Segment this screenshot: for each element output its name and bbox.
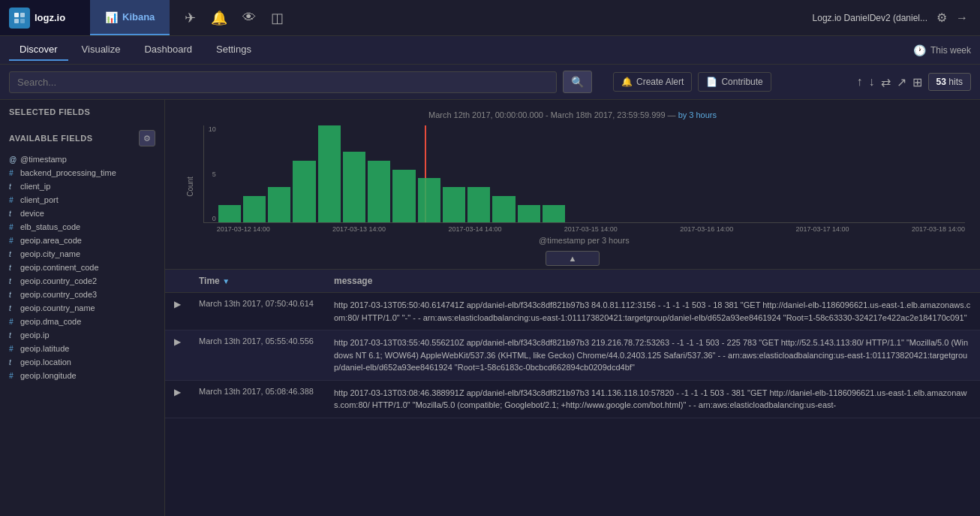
- sidebar-field-device[interactable]: tdevice: [0, 207, 164, 220]
- gear-button[interactable]: ⚙: [139, 130, 155, 146]
- sidebar-field-geoip-city_name[interactable]: tgeoip.city_name: [0, 247, 164, 261]
- chart-bar[interactable]: [368, 161, 390, 222]
- chart-bar[interactable]: [218, 205, 241, 222]
- chart-bar[interactable]: [467, 187, 490, 222]
- row-expand-button[interactable]: ▶: [174, 387, 181, 397]
- nav-discover[interactable]: Discover: [9, 39, 68, 61]
- field-type-icon: t: [9, 304, 17, 312]
- row-message-cell: http 2017-03-13T03:55:40.556210Z app/dan…: [325, 330, 980, 381]
- search-button[interactable]: 🔍: [563, 71, 592, 93]
- interval-link[interactable]: by 3 hours: [678, 110, 717, 119]
- results-table: Time ▼ message ▶March 13th 2017, 07:50:4…: [165, 270, 980, 418]
- sidebar-field-geoip-longitude[interactable]: #geoip.longitude: [0, 369, 164, 382]
- field-name-label: elb_status_code: [20, 222, 80, 231]
- sidebar-field-geoip-location[interactable]: tgeoip.location: [0, 355, 164, 369]
- top-icons: ✈ 🔔 👁 ◫: [170, 10, 800, 26]
- sidebar-field-backend_processing_time[interactable]: #backend_processing_time: [0, 166, 164, 180]
- bell-icon[interactable]: 🔔: [211, 10, 227, 26]
- table-message-header: message: [325, 270, 980, 293]
- eye-icon[interactable]: 👁: [242, 10, 256, 26]
- import-icon[interactable]: ↓: [869, 75, 875, 89]
- create-alert-button[interactable]: 🔔 Create Alert: [613, 72, 692, 92]
- y-axis-label: Count: [186, 177, 194, 197]
- chart-bar[interactable]: [543, 205, 565, 222]
- field-type-icon: t: [9, 331, 17, 339]
- field-type-icon: #: [9, 169, 17, 177]
- row-expand-button[interactable]: ▶: [174, 336, 181, 347]
- sidebar-field-client_ip[interactable]: tclient_ip: [0, 180, 164, 193]
- kibana-tab[interactable]: 📊 Kibana: [90, 0, 170, 35]
- time-range-display[interactable]: 🕐 This week: [913, 44, 971, 56]
- chart-bar[interactable]: [418, 178, 440, 222]
- field-type-icon: t: [9, 210, 17, 218]
- x-axis-tick: 2017-03-15 14:00: [564, 225, 618, 233]
- chart-bar[interactable]: [443, 187, 465, 222]
- available-fields-header: Available Fields ⚙: [0, 124, 164, 152]
- field-type-icon: t: [9, 277, 17, 285]
- contribute-button[interactable]: 📄 Contribute: [698, 72, 771, 92]
- field-name-label: geoip.country_code2: [20, 276, 97, 285]
- field-name-label: client_port: [20, 195, 59, 204]
- chart-bar[interactable]: [392, 170, 415, 222]
- field-type-icon: @: [9, 155, 17, 164]
- sidebar-field-geoip-country_code3[interactable]: tgeoip.country_code3: [0, 288, 164, 301]
- sidebar: Selected Fields Available Fields ⚙ @@tim…: [0, 100, 165, 516]
- svg-rect-2: [14, 19, 19, 23]
- export-icon[interactable]: ↑: [857, 75, 863, 89]
- sidebar-field-geoip-latitude[interactable]: #geoip.latitude: [0, 342, 164, 355]
- field-type-icon: #: [9, 372, 17, 380]
- sidebar-field-geoip-country_code2[interactable]: tgeoip.country_code2: [0, 274, 164, 288]
- chart-bar[interactable]: [268, 187, 290, 222]
- field-name-label: geoip.latitude: [20, 344, 69, 353]
- hits-count: 53: [936, 77, 946, 87]
- sidebar-field-geoip-country_name[interactable]: tgeoip.country_name: [0, 301, 164, 315]
- chart-bar[interactable]: [492, 196, 515, 222]
- user-menu[interactable]: Logz.io DanielDev2 (daniel...: [813, 13, 927, 23]
- collapse-button[interactable]: ▲: [546, 251, 600, 266]
- main-layout: Selected Fields Available Fields ⚙ @@tim…: [0, 100, 980, 516]
- sidebar-field-geoip-continent_code[interactable]: tgeoip.continent_code: [0, 261, 164, 274]
- sidebar-field-geoip-ip[interactable]: tgeoip.ip: [0, 328, 164, 342]
- table-time-header[interactable]: Time ▼: [190, 270, 325, 293]
- share-icon[interactable]: ⇄: [881, 75, 891, 89]
- logo-text: logz.io: [35, 12, 65, 23]
- send-icon[interactable]: ✈: [185, 10, 196, 26]
- top-navigation: logz.io 📊 Kibana ✈ 🔔 👁 ◫ Logz.io DanielD…: [0, 0, 980, 36]
- row-expand-button[interactable]: ▶: [174, 299, 181, 309]
- sidebar-field-geoip-area_code[interactable]: #geoip.area_code: [0, 234, 164, 247]
- layers-icon[interactable]: ◫: [271, 10, 284, 26]
- selected-fields-header: Selected Fields: [0, 100, 164, 124]
- sidebar-field-@timestamp[interactable]: @@timestamp: [0, 152, 164, 166]
- sidebar-field-elb_status_code[interactable]: #elb_status_code: [0, 220, 164, 234]
- nav-settings[interactable]: Settings: [206, 39, 262, 61]
- sidebar-field-client_port[interactable]: #client_port: [0, 193, 164, 207]
- chart-bar[interactable]: [343, 152, 365, 222]
- x-axis-label: @timestamp per 3 hours: [203, 234, 965, 248]
- contribute-label: Contribute: [721, 77, 762, 87]
- field-type-icon: t: [9, 264, 17, 272]
- svg-rect-1: [20, 13, 25, 17]
- sidebar-field-geoip-dma_code[interactable]: #geoip.dma_code: [0, 315, 164, 328]
- row-message-cell: http 2017-03-13T03:08:46.388991Z app/dan…: [325, 380, 980, 418]
- nav-dashboard[interactable]: Dashboard: [134, 39, 203, 61]
- nav-visualize[interactable]: Visualize: [71, 39, 131, 61]
- table-icon[interactable]: ⊞: [912, 75, 922, 89]
- open-icon[interactable]: ↗: [897, 75, 906, 89]
- chart-bar[interactable]: [293, 161, 315, 222]
- collapse-bar: ▲: [180, 248, 965, 269]
- row-time-cell: March 13th 2017, 05:08:46.388: [190, 380, 325, 418]
- logout-icon[interactable]: →: [956, 11, 968, 25]
- table-row: ▶March 13th 2017, 05:55:40.556http 2017-…: [165, 330, 980, 381]
- chart-bar[interactable]: [518, 205, 540, 222]
- settings-icon[interactable]: ⚙: [936, 11, 947, 25]
- sort-icon: ▼: [222, 277, 230, 285]
- create-alert-label: Create Alert: [636, 77, 684, 87]
- chart-title: March 12th 2017, 00:00:00.000 - March 18…: [180, 107, 965, 125]
- field-type-icon: t: [9, 183, 17, 191]
- field-name-label: geoip.longitude: [20, 371, 77, 380]
- chart-bar[interactable]: [318, 125, 341, 222]
- svg-rect-0: [14, 13, 19, 17]
- search-input[interactable]: [9, 71, 557, 93]
- search-actions: 🔔 Create Alert 📄 Contribute: [613, 72, 771, 92]
- chart-bar[interactable]: [243, 196, 266, 222]
